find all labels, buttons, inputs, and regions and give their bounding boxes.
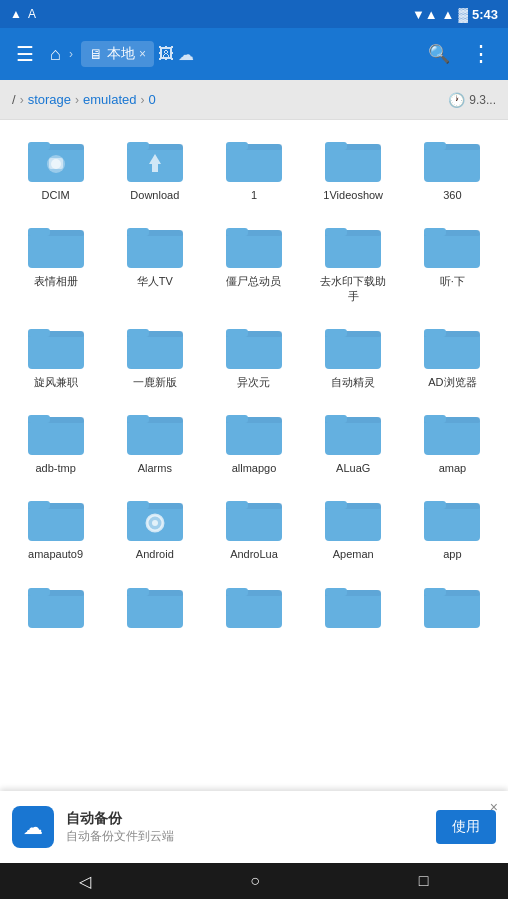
file-item[interactable]: 异次元 xyxy=(206,315,301,397)
status-left-icons: ▲ A xyxy=(10,7,36,21)
banner-close-button[interactable]: × xyxy=(490,799,498,815)
tab-close-button[interactable]: × xyxy=(139,47,146,61)
folder-icon xyxy=(127,495,183,543)
banner-title: 自动备份 xyxy=(66,810,424,828)
file-item[interactable]: ALuaG xyxy=(306,401,401,483)
file-name: DCIM xyxy=(42,188,70,202)
app-icon: A xyxy=(28,7,36,21)
svg-rect-61 xyxy=(325,415,347,423)
file-item[interactable]: DCIM xyxy=(8,128,103,210)
svg-rect-81 xyxy=(424,501,446,509)
svg-rect-10 xyxy=(152,164,158,172)
home-icon[interactable]: ⌂ xyxy=(50,44,61,65)
tab-label: 本地 xyxy=(107,45,135,63)
file-item[interactable] xyxy=(206,574,301,638)
file-name: 360 xyxy=(443,188,461,202)
svg-rect-2 xyxy=(28,142,50,150)
cloud-icon-1: 🖼 xyxy=(158,45,174,63)
folder-icon xyxy=(325,409,381,457)
file-name: allmapgo xyxy=(232,461,277,475)
file-item[interactable]: 僵尸总动员 xyxy=(206,214,301,311)
svg-rect-67 xyxy=(28,501,50,509)
svg-point-72 xyxy=(152,520,158,526)
file-name: Download xyxy=(130,188,179,202)
file-item[interactable]: Download xyxy=(107,128,202,210)
banner-use-button[interactable]: 使用 xyxy=(436,810,496,844)
bottom-banner: × ☁ 自动备份 自动备份文件到云端 使用 xyxy=(0,791,508,863)
top-bar: ☰ ⌂ › 🖥 本地 × 🖼 ☁ 🔍 ⋮ xyxy=(0,28,508,80)
file-item[interactable]: AD浏览器 xyxy=(405,315,500,397)
folder-icon xyxy=(28,409,84,457)
file-item[interactable]: Alarms xyxy=(107,401,202,483)
file-item[interactable]: 自动精灵 xyxy=(306,315,401,397)
file-grid: DCIM Download 1 xyxy=(8,128,500,638)
folder-icon xyxy=(325,323,381,371)
file-name: 自动精灵 xyxy=(331,375,375,389)
folder-icon xyxy=(226,323,282,371)
file-item[interactable]: 1 xyxy=(206,128,301,210)
recent-button[interactable]: □ xyxy=(399,866,449,896)
search-button[interactable]: 🔍 xyxy=(420,35,458,73)
local-tab[interactable]: 🖥 本地 × xyxy=(81,41,154,67)
file-item[interactable]: Android xyxy=(107,487,202,569)
file-item[interactable]: 表情相册 xyxy=(8,214,103,311)
back-button[interactable]: ◁ xyxy=(59,866,111,897)
more-options-button[interactable]: ⋮ xyxy=(462,33,500,75)
folder-icon xyxy=(127,222,183,270)
file-item[interactable]: 1Videoshow xyxy=(306,128,401,210)
svg-rect-64 xyxy=(424,415,446,423)
svg-rect-49 xyxy=(424,329,446,337)
cloud-icon-2: ☁ xyxy=(178,45,194,64)
crumb-emulated[interactable]: emulated xyxy=(83,92,136,107)
banner-text: 自动备份 自动备份文件到云端 xyxy=(66,810,424,845)
storage-info: 🕐 9.3... xyxy=(448,92,496,108)
wifi-icon: ▲ xyxy=(442,7,455,22)
folder-icon xyxy=(424,409,480,457)
home-button[interactable]: ○ xyxy=(230,866,280,896)
sep2: › xyxy=(75,93,79,107)
svg-rect-96 xyxy=(424,588,446,596)
file-item[interactable]: 听·下 xyxy=(405,214,500,311)
file-item[interactable]: 一鹿新版 xyxy=(107,315,202,397)
file-item[interactable]: amap xyxy=(405,401,500,483)
file-item[interactable] xyxy=(107,574,202,638)
file-item[interactable]: adb-tmp xyxy=(8,401,103,483)
file-item[interactable]: 360 xyxy=(405,128,500,210)
breadcrumb-bar: / › storage › emulated › 0 🕐 9.3... xyxy=(0,80,508,120)
file-item[interactable] xyxy=(405,574,500,638)
file-item[interactable]: AndroLua xyxy=(206,487,301,569)
banner-icon: ☁ xyxy=(12,806,54,848)
root-slash: / xyxy=(12,92,16,107)
file-item[interactable]: 华人TV xyxy=(107,214,202,311)
svg-rect-78 xyxy=(325,501,347,509)
folder-icon xyxy=(325,222,381,270)
file-name: 异次元 xyxy=(237,375,270,389)
svg-rect-8 xyxy=(127,142,149,150)
notification-icon: ▲ xyxy=(10,7,22,21)
file-item[interactable]: allmapgo xyxy=(206,401,301,483)
folder-icon xyxy=(325,136,381,184)
tabs-container: 🖥 本地 × 🖼 ☁ xyxy=(81,41,412,67)
file-item[interactable]: app xyxy=(405,487,500,569)
folder-icon xyxy=(325,495,381,543)
menu-button[interactable]: ☰ xyxy=(8,34,42,74)
file-item[interactable] xyxy=(306,574,401,638)
file-item[interactable]: amapauto9 xyxy=(8,487,103,569)
file-item[interactable]: 旋风兼职 xyxy=(8,315,103,397)
svg-rect-31 xyxy=(325,228,347,236)
folder-icon xyxy=(424,136,480,184)
top-bar-actions: 🔍 ⋮ xyxy=(420,33,500,75)
file-name: AndroLua xyxy=(230,547,278,561)
status-bar: ▲ A ▼▲ ▲ ▓ 5:43 xyxy=(0,0,508,28)
crumb-storage[interactable]: storage xyxy=(28,92,71,107)
file-item[interactable]: Apeman xyxy=(306,487,401,569)
battery-icon: ▓ xyxy=(458,7,467,22)
svg-rect-37 xyxy=(28,329,50,337)
file-name: 华人TV xyxy=(137,274,173,288)
file-item[interactable]: 去水印下载助手 xyxy=(306,214,401,311)
crumb-0[interactable]: 0 xyxy=(148,92,155,107)
svg-rect-46 xyxy=(325,329,347,337)
svg-rect-43 xyxy=(226,329,248,337)
svg-rect-25 xyxy=(127,228,149,236)
file-item[interactable] xyxy=(8,574,103,638)
